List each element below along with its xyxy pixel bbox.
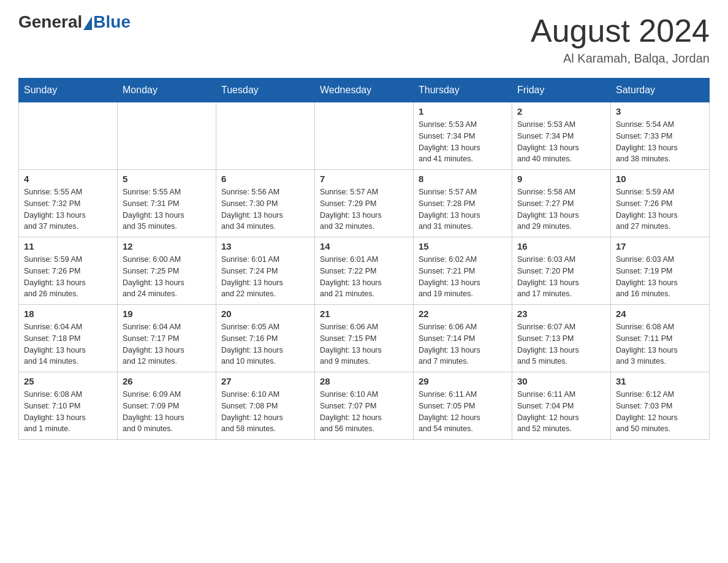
day-info: Sunrise: 5:58 AM Sunset: 7:27 PM Dayligh…	[517, 186, 605, 232]
day-info: Sunrise: 5:56 AM Sunset: 7:30 PM Dayligh…	[221, 186, 309, 232]
week-row-5: 25Sunrise: 6:08 AM Sunset: 7:10 PM Dayli…	[19, 372, 710, 440]
day-number: 13	[221, 241, 309, 251]
calendar-cell: 26Sunrise: 6:09 AM Sunset: 7:09 PM Dayli…	[118, 372, 216, 440]
day-number: 25	[24, 376, 112, 386]
day-number: 8	[419, 174, 507, 184]
day-number: 9	[517, 174, 605, 184]
calendar-cell: 27Sunrise: 6:10 AM Sunset: 7:08 PM Dayli…	[216, 372, 315, 440]
weekday-header-row: SundayMondayTuesdayWednesdayThursdayFrid…	[19, 79, 710, 102]
calendar-cell: 31Sunrise: 6:12 AM Sunset: 7:03 PM Dayli…	[611, 372, 710, 440]
week-row-4: 18Sunrise: 6:04 AM Sunset: 7:18 PM Dayli…	[19, 305, 710, 372]
calendar-cell: 8Sunrise: 5:57 AM Sunset: 7:28 PM Daylig…	[414, 170, 512, 237]
day-info: Sunrise: 5:59 AM Sunset: 7:26 PM Dayligh…	[24, 254, 112, 300]
title-section: August 2024 Al Karamah, Balqa, Jordan	[531, 12, 710, 66]
day-number: 1	[419, 106, 507, 117]
day-info: Sunrise: 6:10 AM Sunset: 7:08 PM Dayligh…	[221, 389, 309, 435]
logo: General Blue	[18, 12, 131, 32]
calendar-cell: 30Sunrise: 6:11 AM Sunset: 7:04 PM Dayli…	[512, 372, 611, 440]
calendar-cell: 19Sunrise: 6:04 AM Sunset: 7:17 PM Dayli…	[118, 305, 216, 372]
day-number: 2	[517, 106, 605, 117]
day-info: Sunrise: 5:57 AM Sunset: 7:28 PM Dayligh…	[419, 186, 507, 232]
calendar-cell	[315, 102, 414, 170]
calendar-cell: 2Sunrise: 5:53 AM Sunset: 7:34 PM Daylig…	[512, 102, 611, 170]
day-number: 27	[221, 376, 309, 386]
day-number: 21	[320, 308, 408, 319]
calendar-cell: 21Sunrise: 6:06 AM Sunset: 7:15 PM Dayli…	[315, 305, 414, 372]
calendar-cell: 20Sunrise: 6:05 AM Sunset: 7:16 PM Dayli…	[216, 305, 315, 372]
day-number: 17	[616, 241, 704, 251]
day-info: Sunrise: 6:10 AM Sunset: 7:07 PM Dayligh…	[320, 389, 408, 435]
day-info: Sunrise: 6:08 AM Sunset: 7:10 PM Dayligh…	[24, 389, 112, 435]
week-row-3: 11Sunrise: 5:59 AM Sunset: 7:26 PM Dayli…	[19, 237, 710, 305]
day-info: Sunrise: 6:04 AM Sunset: 7:18 PM Dayligh…	[24, 321, 112, 367]
calendar-cell	[118, 102, 216, 170]
calendar-cell	[19, 102, 118, 170]
day-info: Sunrise: 5:55 AM Sunset: 7:31 PM Dayligh…	[123, 186, 211, 232]
day-info: Sunrise: 5:54 AM Sunset: 7:33 PM Dayligh…	[616, 119, 704, 165]
calendar-cell: 12Sunrise: 6:00 AM Sunset: 7:25 PM Dayli…	[118, 237, 216, 305]
day-number: 10	[616, 174, 704, 184]
day-number: 30	[517, 376, 605, 386]
day-info: Sunrise: 6:08 AM Sunset: 7:11 PM Dayligh…	[616, 321, 704, 367]
day-info: Sunrise: 6:03 AM Sunset: 7:19 PM Dayligh…	[616, 254, 704, 300]
day-number: 14	[320, 241, 408, 251]
day-number: 28	[320, 376, 408, 386]
month-title: August 2024	[531, 12, 710, 49]
day-info: Sunrise: 6:06 AM Sunset: 7:14 PM Dayligh…	[419, 321, 507, 367]
day-info: Sunrise: 6:05 AM Sunset: 7:16 PM Dayligh…	[221, 321, 309, 367]
calendar-cell: 18Sunrise: 6:04 AM Sunset: 7:18 PM Dayli…	[19, 305, 118, 372]
day-number: 11	[24, 241, 112, 251]
day-info: Sunrise: 6:12 AM Sunset: 7:03 PM Dayligh…	[616, 389, 704, 435]
calendar-cell: 10Sunrise: 5:59 AM Sunset: 7:26 PM Dayli…	[611, 170, 710, 237]
day-info: Sunrise: 6:01 AM Sunset: 7:24 PM Dayligh…	[221, 254, 309, 300]
calendar-cell: 22Sunrise: 6:06 AM Sunset: 7:14 PM Dayli…	[414, 305, 512, 372]
week-row-1: 1Sunrise: 5:53 AM Sunset: 7:34 PM Daylig…	[19, 102, 710, 170]
weekday-header-friday: Friday	[512, 79, 611, 102]
calendar-cell: 25Sunrise: 6:08 AM Sunset: 7:10 PM Dayli…	[19, 372, 118, 440]
day-number: 19	[123, 308, 211, 319]
week-row-2: 4Sunrise: 5:55 AM Sunset: 7:32 PM Daylig…	[19, 170, 710, 237]
calendar-cell	[216, 102, 315, 170]
day-number: 16	[517, 241, 605, 251]
weekday-header-thursday: Thursday	[414, 79, 512, 102]
calendar-cell: 23Sunrise: 6:07 AM Sunset: 7:13 PM Dayli…	[512, 305, 611, 372]
day-number: 24	[616, 308, 704, 319]
logo-blue-text: Blue	[93, 12, 131, 32]
calendar-cell: 14Sunrise: 6:01 AM Sunset: 7:22 PM Dayli…	[315, 237, 414, 305]
day-number: 23	[517, 308, 605, 319]
day-info: Sunrise: 5:53 AM Sunset: 7:34 PM Dayligh…	[419, 119, 507, 165]
day-number: 29	[419, 376, 507, 386]
day-info: Sunrise: 6:00 AM Sunset: 7:25 PM Dayligh…	[123, 254, 211, 300]
calendar-table: SundayMondayTuesdayWednesdayThursdayFrid…	[18, 78, 710, 440]
day-info: Sunrise: 6:02 AM Sunset: 7:21 PM Dayligh…	[419, 254, 507, 300]
logo-general-text: General	[18, 12, 82, 32]
day-info: Sunrise: 6:07 AM Sunset: 7:13 PM Dayligh…	[517, 321, 605, 367]
day-info: Sunrise: 6:06 AM Sunset: 7:15 PM Dayligh…	[320, 321, 408, 367]
day-number: 3	[616, 106, 704, 117]
calendar-cell: 1Sunrise: 5:53 AM Sunset: 7:34 PM Daylig…	[414, 102, 512, 170]
day-number: 6	[221, 174, 309, 184]
calendar-cell: 28Sunrise: 6:10 AM Sunset: 7:07 PM Dayli…	[315, 372, 414, 440]
calendar-cell: 3Sunrise: 5:54 AM Sunset: 7:33 PM Daylig…	[611, 102, 710, 170]
day-info: Sunrise: 5:59 AM Sunset: 7:26 PM Dayligh…	[616, 186, 704, 232]
calendar-cell: 17Sunrise: 6:03 AM Sunset: 7:19 PM Dayli…	[611, 237, 710, 305]
day-info: Sunrise: 6:09 AM Sunset: 7:09 PM Dayligh…	[123, 389, 211, 435]
day-info: Sunrise: 6:04 AM Sunset: 7:17 PM Dayligh…	[123, 321, 211, 367]
day-info: Sunrise: 6:11 AM Sunset: 7:05 PM Dayligh…	[419, 389, 507, 435]
day-info: Sunrise: 5:57 AM Sunset: 7:29 PM Dayligh…	[320, 186, 408, 232]
calendar-cell: 29Sunrise: 6:11 AM Sunset: 7:05 PM Dayli…	[414, 372, 512, 440]
day-number: 5	[123, 174, 211, 184]
logo-triangle-icon	[83, 17, 92, 30]
weekday-header-wednesday: Wednesday	[315, 79, 414, 102]
day-info: Sunrise: 5:53 AM Sunset: 7:34 PM Dayligh…	[517, 119, 605, 165]
day-number: 12	[123, 241, 211, 251]
calendar-cell: 7Sunrise: 5:57 AM Sunset: 7:29 PM Daylig…	[315, 170, 414, 237]
day-number: 31	[616, 376, 704, 386]
calendar-cell: 11Sunrise: 5:59 AM Sunset: 7:26 PM Dayli…	[19, 237, 118, 305]
day-info: Sunrise: 5:55 AM Sunset: 7:32 PM Dayligh…	[24, 186, 112, 232]
day-number: 4	[24, 174, 112, 184]
page-header: General Blue August 2024 Al Karamah, Bal…	[18, 12, 710, 66]
day-number: 18	[24, 308, 112, 319]
weekday-header-monday: Monday	[118, 79, 216, 102]
day-info: Sunrise: 6:03 AM Sunset: 7:20 PM Dayligh…	[517, 254, 605, 300]
